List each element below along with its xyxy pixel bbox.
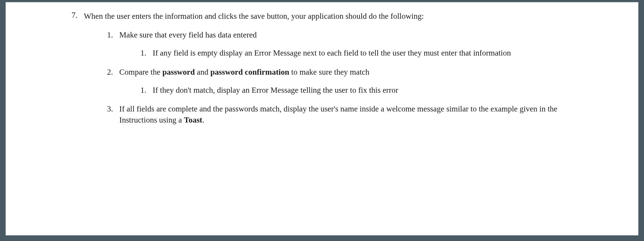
sublist-item-1: 1. Make sure that every field has data e… xyxy=(103,30,579,59)
sublist-marker-1: 1. xyxy=(103,30,119,59)
sublist-level-1: 1. Make sure that every field has data e… xyxy=(103,30,579,126)
list-content-7: When the user enters the information and… xyxy=(84,11,579,126)
sub2-text-b: and xyxy=(195,68,210,76)
sublist-1-text: Make sure that every field has data ente… xyxy=(119,31,257,39)
list-item-7: 7. When the user enters the information … xyxy=(65,11,579,126)
sub3-text-b: . xyxy=(202,116,204,124)
sublist2-marker-1: 1. xyxy=(136,48,153,59)
sub2-text-c: to make sure they match xyxy=(289,68,370,76)
sublist-level-2-a: 1. If any field is empty display an Erro… xyxy=(136,48,579,59)
sublist-content-1: Make sure that every field has data ente… xyxy=(119,30,579,59)
list-marker-7: 7. xyxy=(65,11,84,126)
sub2-text-a: Compare the xyxy=(119,68,162,76)
sublist2-marker-2: 1. xyxy=(136,85,153,96)
document-page: 7. When the user enters the information … xyxy=(6,2,638,235)
sublist2-content-1: If any field is empty display an Error M… xyxy=(153,48,579,59)
sublist-content-3: If all fields are complete and the passw… xyxy=(119,103,579,126)
sublist-marker-3: 3. xyxy=(103,103,119,126)
sub3-bold-toast: Toast xyxy=(184,116,202,124)
sub2-bold-password-confirmation: password confirmation xyxy=(210,68,289,76)
sub2-bold-password: password xyxy=(162,68,195,76)
sublist-level-2-b: 1. If they don't match, display an Error… xyxy=(136,85,579,96)
sublist-marker-2: 2. xyxy=(103,67,119,96)
sublist-content-2: Compare the password and password confir… xyxy=(119,67,579,96)
sublist2-content-2: If they don't match, display an Error Me… xyxy=(153,85,579,96)
sublist-item-3: 3. If all fields are complete and the pa… xyxy=(103,103,579,126)
item7-intro-text: When the user enters the information and… xyxy=(84,12,424,20)
sublist2-item-1: 1. If any field is empty display an Erro… xyxy=(136,48,579,59)
sublist-item-2: 2. Compare the password and password con… xyxy=(103,67,579,96)
sublist2-item-2: 1. If they don't match, display an Error… xyxy=(136,85,579,96)
